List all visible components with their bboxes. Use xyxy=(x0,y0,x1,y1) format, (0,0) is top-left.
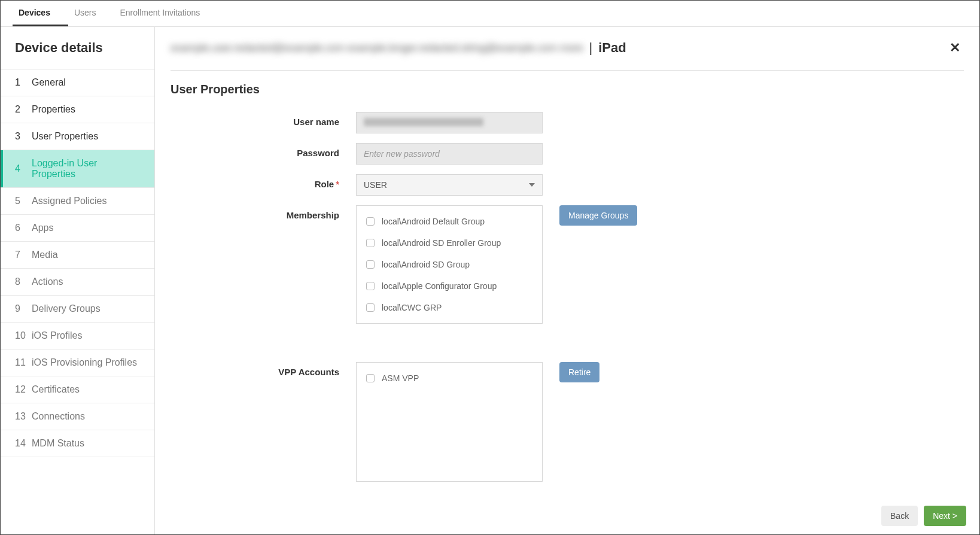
nav-mdm-status[interactable]: 14 MDM Status xyxy=(1,430,154,457)
nav-certificates[interactable]: 12 Certificates xyxy=(1,376,154,403)
password-input[interactable] xyxy=(356,143,543,165)
page-header: example.user.redacted@example.com exampl… xyxy=(171,38,964,71)
tab-users[interactable]: Users xyxy=(68,1,114,26)
nav-connections[interactable]: 13 Connections xyxy=(1,403,154,430)
membership-item[interactable]: local\Android SD Group xyxy=(357,254,542,275)
nav-label: Media xyxy=(32,250,58,260)
membership-item[interactable]: local\CWC GRP xyxy=(357,297,542,318)
role-value: USER xyxy=(364,180,387,190)
nav-label: iOS Provisioning Profiles xyxy=(32,357,137,368)
checkbox-icon[interactable] xyxy=(366,282,375,290)
next-button[interactable]: Next > xyxy=(924,506,966,526)
sidebar: Device details 1 General 2 Properties 3 … xyxy=(1,27,155,534)
membership-item-label: local\Apple Configurator Group xyxy=(382,281,497,291)
header-separator: | xyxy=(589,40,592,56)
nav-ios-provisioning-profiles[interactable]: 11 iOS Provisioning Profiles xyxy=(1,349,154,376)
username-input[interactable] xyxy=(356,112,543,133)
checkbox-icon[interactable] xyxy=(366,260,375,269)
role-select[interactable]: USER xyxy=(356,174,543,196)
checkbox-icon[interactable] xyxy=(366,374,375,382)
nav-assigned-policies[interactable]: 5 Assigned Policies xyxy=(1,188,154,215)
nav-label: Certificates xyxy=(32,384,80,395)
chevron-down-icon xyxy=(529,183,535,187)
nav-label: Actions xyxy=(32,276,63,287)
label-membership: Membership xyxy=(171,205,356,220)
nav-label: Assigned Policies xyxy=(32,196,106,206)
nav-label: Properties xyxy=(32,104,75,115)
nav-media[interactable]: 7 Media xyxy=(1,242,154,269)
membership-item[interactable]: local\Android Default Group xyxy=(357,211,542,232)
nav-label: iOS Profiles xyxy=(32,330,82,341)
nav-label: MDM Status xyxy=(32,438,84,449)
nav-label: Logged-in User Properties xyxy=(32,158,140,180)
membership-item-label: local\Android SD Enroller Group xyxy=(382,238,501,248)
nav-general[interactable]: 1 General xyxy=(1,69,154,96)
nav-label: User Properties xyxy=(32,131,98,142)
main-panel: example.user.redacted@example.com exampl… xyxy=(155,27,979,534)
membership-item-label: local\Android Default Group xyxy=(382,217,485,226)
top-tabs: Devices Users Enrollment Invitations xyxy=(1,1,979,27)
checkbox-icon[interactable] xyxy=(366,303,375,312)
membership-item[interactable]: local\Apple Configurator Group xyxy=(357,275,542,297)
nav-apps[interactable]: 6 Apps xyxy=(1,215,154,242)
checkbox-icon[interactable] xyxy=(366,217,375,226)
nav-logged-in-user-properties[interactable]: 4 Logged-in User Properties xyxy=(1,150,154,188)
tab-devices[interactable]: Devices xyxy=(13,1,68,26)
nav-delivery-groups[interactable]: 9 Delivery Groups xyxy=(1,296,154,323)
nav-label: Apps xyxy=(32,223,53,233)
retire-button[interactable]: Retire xyxy=(559,362,599,382)
nav-actions[interactable]: 8 Actions xyxy=(1,269,154,296)
nav-label: Connections xyxy=(32,411,85,422)
section-title: User Properties xyxy=(171,83,964,96)
label-role: Role* xyxy=(171,174,356,189)
nav-user-properties[interactable]: 3 User Properties xyxy=(1,123,154,150)
label-username: User name xyxy=(171,112,356,127)
nav-label: Delivery Groups xyxy=(32,303,101,314)
membership-item[interactable]: local\Android SD Enroller Group xyxy=(357,232,542,254)
membership-item-label: local\CWC GRP xyxy=(382,303,442,312)
footer-actions: Back Next > xyxy=(881,506,966,526)
nav-properties[interactable]: 2 Properties xyxy=(1,96,154,123)
close-icon[interactable]: ✕ xyxy=(946,40,964,56)
tab-enrollment-invitations[interactable]: Enrollment Invitations xyxy=(114,1,218,26)
membership-item-label: local\Android SD Group xyxy=(382,260,470,269)
vpp-listbox[interactable]: ASM VPP xyxy=(356,362,543,482)
vpp-item-label: ASM VPP xyxy=(382,373,419,383)
label-password: Password xyxy=(171,143,356,158)
membership-listbox[interactable]: local\Android Default Group local\Androi… xyxy=(356,205,543,324)
nav-label: General xyxy=(32,77,66,88)
vpp-item[interactable]: ASM VPP xyxy=(357,367,542,389)
checkbox-icon[interactable] xyxy=(366,239,375,247)
device-identity-redacted: example.user.redacted@example.com exampl… xyxy=(171,42,583,54)
manage-groups-button[interactable]: Manage Groups xyxy=(559,205,637,226)
sidebar-title: Device details xyxy=(1,27,154,69)
nav-ios-profiles[interactable]: 10 iOS Profiles xyxy=(1,323,154,349)
device-type: iPad xyxy=(598,40,626,56)
label-vpp-accounts: VPP Accounts xyxy=(171,362,356,377)
back-button[interactable]: Back xyxy=(881,506,918,526)
